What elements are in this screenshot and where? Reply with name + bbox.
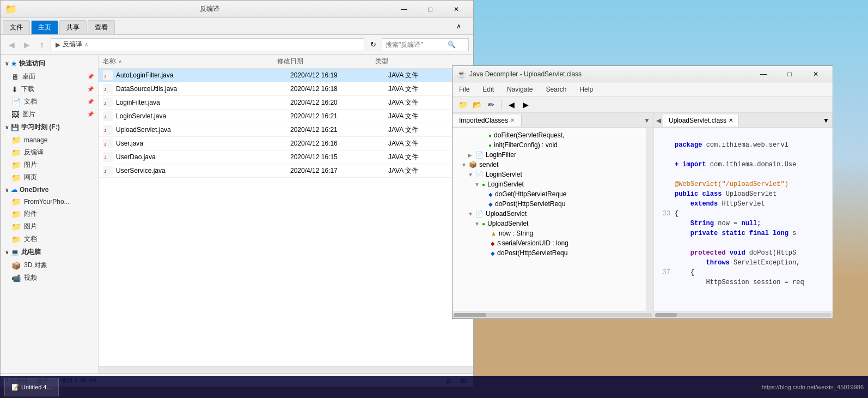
tree-item-servlet-pkg[interactable]: ▼ 📦 servlet [453,160,646,170]
sidebar-item-docs[interactable]: 📄 文档 📌 [1,95,98,108]
tree-item-loginservlet-inner[interactable]: ▼ ● LoginServlet [453,179,646,189]
toolbar-open-btn[interactable]: 📁 [457,99,469,111]
menu-help[interactable]: Help [577,85,595,94]
decompiler-close[interactable]: ✕ [803,66,828,82]
file-row-userservice[interactable]: J UserService.java 2020/4/12 16:17 JAVA … [99,164,473,178]
menu-search[interactable]: Search [543,85,569,94]
tree-item-uploadservlet[interactable]: ▼ 📄 UploadServlet [453,209,646,219]
tree-item-doget[interactable]: ◆ doGet(HttpServletReque [453,189,646,199]
sidebar-item-video[interactable]: 📹 视频 [1,272,98,284]
sidebar-item-3d[interactable]: 📦 3D 对象 [1,259,98,272]
sidebar-section-onedrive[interactable]: ∨ ☁ OneDrive [1,184,98,196]
sidebar-item-photos[interactable]: 📁 FromYourPho... [1,196,98,208]
sidebar-item-decompile[interactable]: 📁 反编译 [1,146,98,159]
tab-file[interactable]: 文件 [3,20,30,34]
file-list-hscroll[interactable] [99,366,473,373]
tree-expand-loginfilter: ▶ [468,152,475,158]
code-hscroll-thumb[interactable] [655,313,677,317]
toolbar-edit-btn[interactable]: ✏ [485,99,497,111]
toolbar-back-btn[interactable]: ◀ [505,99,517,111]
sidebar-item-web[interactable]: 📁 网页 [1,171,98,184]
toolbar-forward-btn[interactable]: ▶ [519,99,531,111]
decompiler-maximize[interactable]: □ [777,66,802,82]
back-button[interactable]: ◀ [5,38,18,51]
file-row-datasource[interactable]: J DataSourceUtils.java 2020/4/12 16:18 J… [99,82,473,96]
sidebar-section-quick-access[interactable]: ∨ ★ 快速访问 [1,57,98,70]
search-input[interactable] [386,41,445,49]
tree-item-serialversionuid[interactable]: ◆ S serialVersionUID : long [453,238,646,248]
forward-button[interactable]: ▶ [20,38,33,51]
sidebar-item-pictures[interactable]: 🖼 图片 📌 [1,108,98,120]
sidebar-item-desktop[interactable]: 🖥 桌面 📌 [1,70,98,83]
tree-vscroll[interactable] [646,128,653,311]
address-path[interactable]: ▶ 反编译 ∧ [51,38,364,51]
file-row-userdao[interactable]: J UserDao.java 2020/4/12 16:15 JAVA 文件 [99,150,473,164]
maximize-button[interactable]: □ [418,1,443,17]
file-date-6: 2020/4/12 16:16 [290,140,388,147]
file-row-loginservlet[interactable]: J LoginServlet.java 2020/4/12 16:21 JAVA… [99,110,473,123]
col-header-type[interactable]: 类型 [375,57,451,66]
code-tab-close[interactable]: ✕ [729,117,733,123]
sidebar-item-img[interactable]: 📁 图片 [1,159,98,171]
tab-view[interactable]: 查看 [88,20,115,34]
sidebar-item-attach[interactable]: 📁 附件 [1,208,98,220]
file-row-user[interactable]: J User.java 2020/4/12 16:16 JAVA 文件 [99,137,473,150]
tree-item-dopost-login[interactable]: ◆ doPost(HttpServletRequ [453,199,646,209]
code-hscroll[interactable] [654,311,833,318]
tree-item-uploadservlet-inner[interactable]: ▼ ● UploadServlet [453,219,646,228]
tree-hscroll-thumb[interactable] [454,313,486,317]
pc-icon: 💻 [11,249,19,256]
tree-item-loginservlet[interactable]: ▼ 📄 LoginServlet [453,170,646,179]
menu-file[interactable]: File [457,85,472,94]
toolbar-openfile-btn[interactable]: 📂 [471,99,483,111]
code-tab-left-arrow[interactable]: ◀ [654,117,663,124]
sidebar-item-download[interactable]: ⬇ 下载 📌 [1,83,98,95]
menu-edit[interactable]: Edit [480,85,496,94]
code-tab-uploadservlet[interactable]: UploadServlet.class ✕ [663,114,739,126]
tree-item-dofilter[interactable]: ● doFilter(ServletRequest, [453,130,646,140]
tree-tab-close[interactable]: ✕ [510,117,515,123]
folder-img-icon: 📁 [11,161,21,170]
tree-expand-servlet: ▼ [461,162,469,168]
sidebar-item-pics2[interactable]: 📁 图片 [1,220,98,233]
tree-label-dopost-login: doPost(HttpServletRequ [495,200,565,208]
file-row-autologin[interactable]: J AutoLoginFilter.java 2020/4/12 16:19 J… [99,69,473,82]
code-tab-right-arrow[interactable]: ▼ [820,117,833,124]
decompiler-minimize[interactable]: — [751,66,776,82]
svg-text:J: J [104,142,106,147]
refresh-button[interactable]: ↻ [366,38,380,51]
search-icon[interactable]: 🔍 [448,41,456,49]
close-button[interactable]: ✕ [444,1,469,17]
ribbon-toggle[interactable]: ∧ [446,18,471,34]
tab-share[interactable]: 共享 [59,20,87,34]
sidebar-section-thispc[interactable]: ∨ 💻 此电脑 [1,245,98,259]
sidebar-item-docs2[interactable]: 📁 文档 [1,233,98,245]
tree-item-now[interactable]: ▲ now : String [453,228,646,238]
tree-tab-imported[interactable]: ImportedClasses ✕ [453,114,522,126]
up-button[interactable]: ↑ [35,38,48,51]
green-circle-icon-4: ● [482,221,485,227]
svg-text:J: J [104,128,106,133]
tree-item-dopost-upload[interactable]: ◆ doPost(HttpServletRequ [453,248,646,258]
sidebar-item-manage[interactable]: 📁 manage [1,134,98,146]
tree-hscroll[interactable] [453,311,653,318]
java-file-icon-2: J [103,84,113,94]
csdn-link[interactable]: https://blog.csdn.net/weixin_45019986 [762,384,864,390]
sidebar-section-drive[interactable]: ∨ 💾 学习时刻 (F:) [1,120,98,134]
video-icon: 📹 [11,274,21,282]
decompiler-content: ImportedClasses ✕ ▼ ● doFilter(ServletRe… [453,113,833,318]
minimize-button[interactable]: — [392,1,417,17]
tree-item-loginfilter[interactable]: ▶ 📄 LoginFilter [453,150,646,160]
menu-navigate[interactable]: Navigate [505,85,535,94]
file-row-loginfilter[interactable]: J LoginFilter.java 2020/4/12 16:20 JAVA … [99,96,473,110]
col-header-date[interactable]: 修改日期 [277,57,375,66]
file-row-uploadservlet[interactable]: J UploadServlet.java 2020/4/12 16:21 JAV… [99,123,473,137]
tree-hscroll-track[interactable] [454,313,652,317]
taskbar-item-untitled[interactable]: 📝 Untitled 4... [4,378,59,396]
col-header-name[interactable]: 名称 ∧ [103,57,277,66]
tab-home[interactable]: 主页 [31,20,58,34]
code-hscroll-track[interactable] [655,313,832,317]
tree-tab-dropdown[interactable]: ▼ [640,117,653,124]
download-icon: ⬇ [11,85,18,94]
tree-item-init[interactable]: ● init(FilterConfig) : void [453,140,646,150]
